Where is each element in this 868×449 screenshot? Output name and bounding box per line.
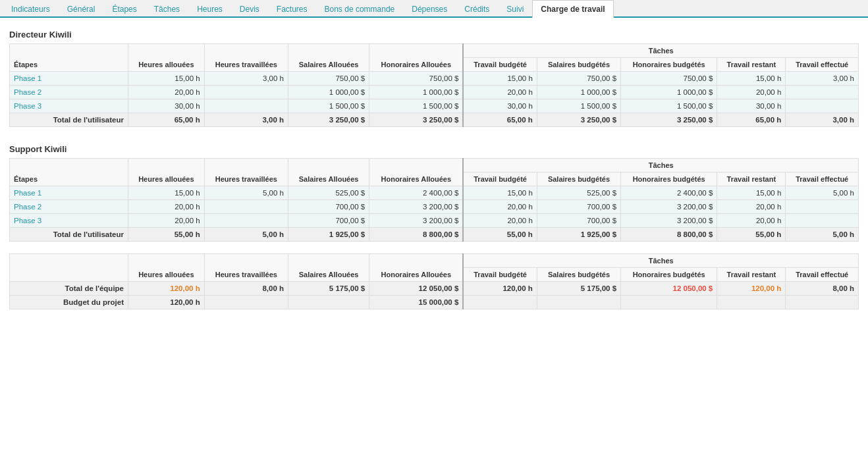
section-title-support: Support Kiwili <box>9 139 859 158</box>
tab-indicateurs[interactable]: Indicateurs <box>3 0 59 18</box>
col-blank <box>10 254 128 282</box>
total-row: Total de l'utilisateur 65,00 h 3,00 h 3 … <box>10 113 859 127</box>
col-travail-restant: Travail restant <box>717 58 786 72</box>
col-travail-effectue-2: Travail effectué <box>786 172 859 186</box>
tab-devis[interactable]: Devis <box>231 0 268 18</box>
team-total-row: Total de l'équipe 120,00 h 8,00 h 5 175,… <box>10 282 859 296</box>
col-salaires-allouees: Salaires Allouées <box>288 44 369 72</box>
col-taches: Tâches <box>463 44 858 58</box>
section-team-totals: Heures allouées Heures travaillées Salai… <box>9 253 859 309</box>
tab-heures[interactable]: Heures <box>188 0 231 18</box>
col-heures-allouees: Heures allouées <box>128 44 205 72</box>
col-salaires-allouees-3: Salaires Allouées <box>288 254 369 282</box>
section-support: Support Kiwili Étapes Heures allouées He… <box>9 139 859 242</box>
table-row: Phase 3 20,00 h 700,00 $ 3 200,00 $ 20,0… <box>10 214 859 228</box>
col-honoraires-allouees-3: Honoraires Allouées <box>369 254 464 282</box>
col-heures-allouees-3: Heures allouées <box>128 254 205 282</box>
tab-suivi[interactable]: Suivi <box>498 0 532 18</box>
tab-bons[interactable]: Bons de commande <box>316 0 404 18</box>
col-salaires-budgetes: Salaires budgétés <box>537 58 620 72</box>
col-travail-effectue-3: Travail effectué <box>786 268 859 282</box>
section-title-directeur: Directeur Kiwili <box>9 24 859 43</box>
tab-depenses[interactable]: Dépenses <box>403 0 456 18</box>
table-row: Phase 1 15,00 h 3,00 h 750,00 $ 750,00 $… <box>10 72 859 86</box>
tab-charge-travail[interactable]: Charge de travail <box>532 0 613 18</box>
budget-row: Budget du projet 120,00 h 15 000,00 $ <box>10 296 859 309</box>
col-heures-travaillees-3: Heures travaillées <box>204 254 288 282</box>
col-heures-travaillees: Heures travaillées <box>204 44 288 72</box>
table-row: Phase 2 20,00 h 1 000,00 $ 1 000,00 $ 20… <box>10 86 859 99</box>
col-etapes-2: Étapes <box>10 159 128 186</box>
col-salaires-budgetes-3: Salaires budgétés <box>537 268 620 282</box>
tab-taches[interactable]: Tâches <box>146 0 188 18</box>
col-salaires-budgetes-2: Salaires budgétés <box>537 172 620 186</box>
main-content: Directeur Kiwili Étapes Heures allouées … <box>0 18 868 328</box>
col-travail-restant-2: Travail restant <box>717 172 786 186</box>
col-etapes: Étapes <box>10 44 128 72</box>
table-support: Étapes Heures allouées Heures travaillée… <box>9 158 859 242</box>
col-travail-effectue: Travail effectué <box>786 58 859 72</box>
section-directeur: Directeur Kiwili Étapes Heures allouées … <box>9 24 859 127</box>
col-honoraires-allouees: Honoraires Allouées <box>369 44 464 72</box>
col-honoraires-allouees-2: Honoraires Allouées <box>369 159 464 186</box>
total-row: Total de l'utilisateur 55,00 h 5,00 h 1 … <box>10 228 859 242</box>
col-travail-restant-3: Travail restant <box>717 268 786 282</box>
col-salaires-allouees-2: Salaires Allouées <box>288 159 369 186</box>
tab-etapes[interactable]: Étapes <box>103 0 145 18</box>
col-honoraires-budgetes: Honoraires budgétés <box>621 58 717 72</box>
nav-tabs: Indicateurs Général Étapes Tâches Heures… <box>0 0 868 18</box>
col-heures-travaillees-2: Heures travaillées <box>204 159 288 186</box>
tab-general[interactable]: Général <box>59 0 104 18</box>
col-travail-budgete: Travail budgété <box>463 58 537 72</box>
col-honoraires-budgetes-3: Honoraires budgétés <box>621 268 717 282</box>
table-directeur: Étapes Heures allouées Heures travaillée… <box>9 43 859 127</box>
table-team: Heures allouées Heures travaillées Salai… <box>9 253 859 309</box>
table-row: Phase 2 20,00 h 700,00 $ 3 200,00 $ 20,0… <box>10 200 859 214</box>
col-heures-allouees-2: Heures allouées <box>128 159 205 186</box>
col-travail-budgete-3: Travail budgété <box>463 268 537 282</box>
table-row: Phase 3 30,00 h 1 500,00 $ 1 500,00 $ 30… <box>10 99 859 113</box>
col-travail-budgete-2: Travail budgété <box>463 172 537 186</box>
col-taches-3: Tâches <box>463 254 858 268</box>
tab-credits[interactable]: Crédits <box>456 0 498 18</box>
tab-factures[interactable]: Factures <box>268 0 316 18</box>
col-taches-2: Tâches <box>463 159 858 172</box>
table-row: Phase 1 15,00 h 5,00 h 525,00 $ 2 400,00… <box>10 186 859 200</box>
col-honoraires-budgetes-2: Honoraires budgétés <box>621 172 717 186</box>
